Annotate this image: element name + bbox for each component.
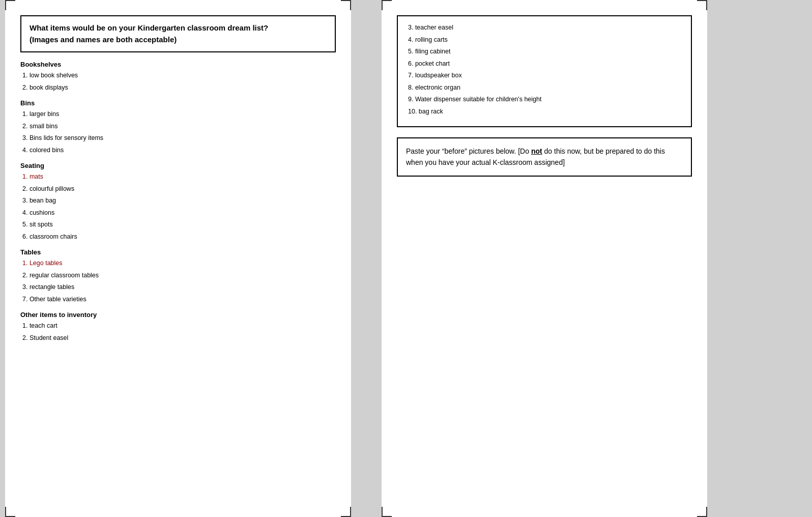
corner-br-right (697, 507, 707, 517)
section-tables-header: Tables (20, 248, 336, 256)
list-item: 1. low book shelves (22, 71, 336, 80)
question-line2: (Images and names are both acceptable) (30, 35, 177, 44)
corner-br (341, 507, 351, 517)
list-item-loudspeaker-box: 7. loudspeaker box (408, 71, 683, 80)
list-item-bean-bag: 3. bean bag (22, 196, 336, 206)
list-item-sit-spots: 5. sit spots (22, 220, 336, 229)
list-item-bag-rack: 10. bag rack (408, 107, 683, 117)
list-item-lego-tables: 1. Lego tables (22, 259, 336, 268)
list-item-electronic-organ: 8. electronic organ (408, 83, 683, 93)
corner-tr (341, 0, 351, 10)
question-line1: What items would be on your Kindergarten… (30, 23, 268, 32)
list-item-rolling-carts: 4. rolling carts (408, 36, 683, 45)
list-item: 3. Bins lids for sensory items (22, 134, 336, 143)
page-left: What items would be on your Kindergarten… (5, 0, 351, 517)
list-item-other-tables: 7. Other table varieties (22, 295, 336, 304)
section-other-items-header: Other items to inventory (20, 311, 336, 319)
corner-bl-right (382, 507, 392, 517)
list-item-classroom-chairs: 6. classroom chairs (22, 233, 336, 242)
list-item-regular-tables: 2. regular classroom tables (22, 271, 336, 280)
corner-tl-right (382, 0, 392, 10)
question-box: What items would be on your Kindergarten… (20, 15, 336, 52)
paste-instructions-text: Paste your “before” pictures below. [Do … (406, 146, 683, 168)
page-right: 3. teacher easel 4. rolling carts 5. fil… (382, 0, 707, 517)
list-item-filing-cabinet: 5. filing cabinet (408, 47, 683, 56)
list-item: 2. small bins (22, 122, 336, 131)
list-item: 2. book displays (22, 83, 336, 93)
list-item: 4. colored bins (22, 146, 336, 155)
list-item-rectangle-tables: 3. rectangle tables (22, 283, 336, 292)
list-item-pocket-chart: 6. pocket chart (408, 60, 683, 69)
corner-tr-right (697, 0, 707, 10)
section-bins-header: Bins (20, 99, 336, 107)
list-item-water-dispenser: 9. Water dispenser suitable for children… (408, 95, 683, 104)
list-item-student-easel: 2. Student easel (22, 334, 336, 343)
page-gutter (351, 0, 371, 517)
continued-items-box: 3. teacher easel 4. rolling carts 5. fil… (397, 15, 692, 127)
corner-tl (5, 0, 15, 10)
paste-instructions-box: Paste your “before” pictures below. [Do … (397, 137, 692, 177)
list-item-teach-cart: 1. teach cart (22, 322, 336, 331)
paste-before-text: Paste your “before” pictures below. [Do (406, 147, 531, 155)
section-seating-header: Seating (20, 162, 336, 169)
list-item: 1. larger bins (22, 110, 336, 119)
list-item-colourful-pillows: 2. colourful pillows (22, 185, 336, 194)
section-bookshelves-header: Bookshelves (20, 61, 336, 68)
question-title: What items would be on your Kindergarten… (30, 22, 327, 45)
paste-underline-not: not (531, 147, 542, 155)
corner-bl (5, 507, 15, 517)
list-item-cushions: 4. cushions (22, 209, 336, 218)
list-item-teacher-easel: 3. teacher easel (408, 23, 683, 33)
list-item-mats: 1. mats (22, 173, 336, 182)
